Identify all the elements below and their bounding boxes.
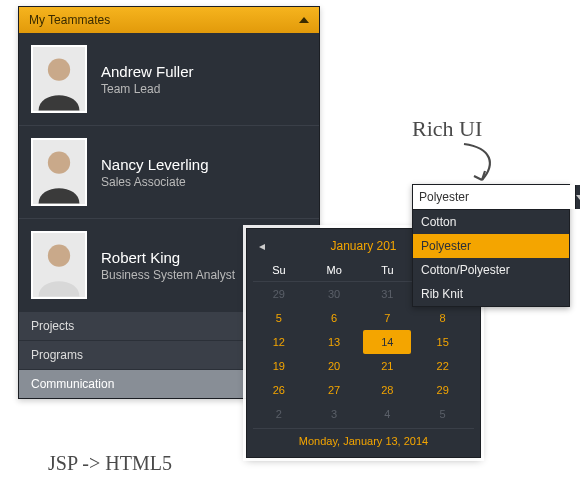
teammate-name: Nancy Leverling (101, 156, 209, 173)
combobox-option[interactable]: Cotton/Polyester (413, 258, 569, 282)
calendar-day[interactable]: 28 (363, 378, 411, 402)
calendar-day[interactable]: 13 (305, 330, 364, 354)
material-combobox: CottonPolyesterCotton/PolyesterRib Knit (412, 184, 570, 307)
calendar-day[interactable]: 5 (411, 402, 474, 426)
avatar (31, 45, 87, 113)
teammates-header-label: My Teammates (29, 13, 110, 27)
collapse-icon (299, 17, 309, 23)
calendar-dow: Su (253, 259, 305, 282)
calendar-day[interactable]: 3 (305, 402, 364, 426)
material-dropdown-list: CottonPolyesterCotton/PolyesterRib Knit (412, 210, 570, 307)
teammate-role: Sales Associate (101, 175, 209, 189)
teammate-name: Andrew Fuller (101, 63, 194, 80)
calendar-day[interactable]: 19 (253, 354, 305, 378)
calendar-day[interactable]: 21 (363, 354, 411, 378)
calendar-day[interactable]: 8 (411, 306, 474, 330)
svg-point-2 (48, 245, 70, 267)
annotation-jsp-html5: JSP -> HTML5 (48, 452, 172, 475)
combobox-option[interactable]: Rib Knit (413, 282, 569, 306)
calendar-day[interactable]: 29 (411, 378, 474, 402)
calendar-day[interactable]: 5 (253, 306, 305, 330)
calendar-day[interactable]: 27 (305, 378, 364, 402)
calendar-dow: Mo (305, 259, 364, 282)
teammate-role: Business System Analyst (101, 268, 235, 282)
calendar-day[interactable]: 31 (363, 282, 411, 307)
teammate-name: Robert King (101, 249, 235, 266)
material-input[interactable] (413, 185, 575, 209)
calendar-day[interactable]: 29 (253, 282, 305, 307)
teammate-role: Team Lead (101, 82, 194, 96)
calendar-day[interactable]: 15 (411, 330, 474, 354)
calendar-prev-button[interactable]: ◂ (257, 239, 267, 253)
calendar-day[interactable]: 30 (305, 282, 364, 307)
arrow-icon (454, 140, 504, 188)
combobox-option[interactable]: Polyester (413, 234, 569, 258)
teammates-header[interactable]: My Teammates (19, 7, 319, 33)
calendar-month-label[interactable]: January 201 (330, 239, 396, 253)
material-dropdown-button[interactable] (575, 185, 580, 209)
calendar-footer[interactable]: Monday, January 13, 2014 (253, 428, 474, 449)
calendar-day[interactable]: 4 (363, 402, 411, 426)
calendar-day[interactable]: 6 (305, 306, 364, 330)
calendar-dow: Tu (363, 259, 411, 282)
teammate-row[interactable]: Nancy LeverlingSales Associate (19, 125, 319, 218)
svg-point-0 (48, 59, 70, 81)
svg-point-1 (48, 152, 70, 174)
calendar-day[interactable]: 7 (363, 306, 411, 330)
calendar-day[interactable]: 20 (305, 354, 364, 378)
calendar-day[interactable]: 12 (253, 330, 305, 354)
annotation-rich-ui: Rich UI (412, 116, 482, 142)
calendar-day[interactable]: 2 (253, 402, 305, 426)
calendar-day[interactable]: 22 (411, 354, 474, 378)
calendar-day[interactable]: 26 (253, 378, 305, 402)
avatar (31, 231, 87, 299)
avatar (31, 138, 87, 206)
teammate-row[interactable]: Andrew FullerTeam Lead (19, 33, 319, 125)
calendar-day[interactable]: 14 (363, 330, 411, 354)
combobox-option[interactable]: Cotton (413, 210, 569, 234)
chevron-down-icon (576, 195, 580, 200)
